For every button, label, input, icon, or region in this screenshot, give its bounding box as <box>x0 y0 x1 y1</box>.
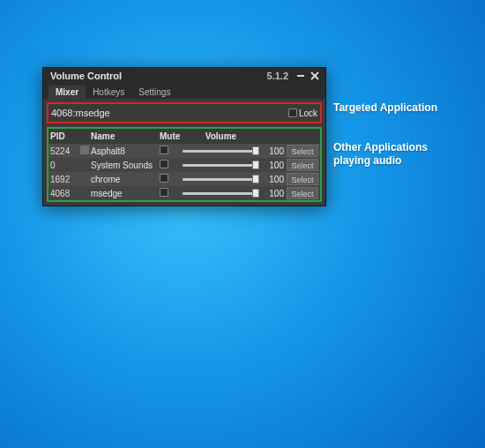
volume-value: 100 <box>259 189 287 198</box>
mute-checkbox[interactable] <box>160 188 183 198</box>
volume-value: 100 <box>259 175 287 184</box>
close-button[interactable] <box>308 69 322 83</box>
header-volume: Volume <box>183 131 259 141</box>
header-mute: Mute <box>160 131 183 141</box>
mixer-panel: Lock PID Name Mute Volume 5224 Asph <box>43 99 325 205</box>
select-button[interactable]: Select <box>287 187 318 199</box>
table-row: 0 System Sounds 100 Select <box>48 158 320 172</box>
window-version: 5.1.2 <box>267 71 288 81</box>
annotation-list-line2: playing audio <box>333 154 401 168</box>
volume-value: 100 <box>259 161 287 170</box>
cell-pid: 1692 <box>48 175 80 184</box>
volume-control-window: Volume Control 5.1.2 Mixer Hotkeys Setti… <box>42 67 326 206</box>
target-application-input[interactable] <box>51 108 288 118</box>
minimize-button[interactable] <box>294 69 308 83</box>
mute-checkbox[interactable] <box>160 160 183 170</box>
title-bar: Volume Control 5.1.2 <box>43 68 325 84</box>
list-header: PID Name Mute Volume <box>48 129 320 144</box>
target-application-row: Lock <box>47 102 322 123</box>
table-row: 5224 Asphalt8 100 Select <box>48 144 320 158</box>
cell-name: Asphalt8 <box>91 146 160 156</box>
cell-pid: 5224 <box>48 146 80 156</box>
cell-pid: 0 <box>48 161 80 170</box>
volume-slider[interactable] <box>183 161 259 169</box>
select-button[interactable]: Select <box>287 145 318 157</box>
cell-name: chrome <box>91 175 160 184</box>
tab-settings[interactable]: Settings <box>131 86 177 99</box>
applications-list: PID Name Mute Volume 5224 Asphalt8 100 <box>47 127 322 202</box>
select-button[interactable]: Select <box>287 173 318 185</box>
window-title: Volume Control <box>50 71 267 81</box>
header-pid: PID <box>48 131 80 141</box>
volume-slider[interactable] <box>183 189 259 198</box>
lock-label: Lock <box>299 108 317 118</box>
tab-strip: Mixer Hotkeys Settings <box>43 84 325 99</box>
volume-slider[interactable] <box>183 175 259 183</box>
mute-checkbox[interactable] <box>160 146 183 156</box>
tab-hotkeys[interactable]: Hotkeys <box>86 86 131 99</box>
select-button[interactable]: Select <box>287 159 318 171</box>
table-row: 1692 chrome 100 Select <box>48 172 320 186</box>
tab-mixer[interactable]: Mixer <box>48 86 86 99</box>
volume-value: 100 <box>259 146 287 156</box>
table-row: 4068 msedge 100 Select <box>48 186 320 200</box>
cell-name: msedge <box>91 189 160 198</box>
cell-name: System Sounds <box>91 161 160 170</box>
lock-toggle[interactable]: Lock <box>288 108 317 118</box>
mute-checkbox[interactable] <box>160 174 183 184</box>
desktop: Volume Control 5.1.2 Mixer Hotkeys Setti… <box>0 0 485 448</box>
annotation-target: Targeted Application <box>333 101 437 115</box>
header-name: Name <box>91 131 160 141</box>
lock-checkbox-icon <box>288 108 297 117</box>
cell-pid: 4068 <box>48 189 80 198</box>
volume-slider[interactable] <box>183 146 259 155</box>
app-icon <box>80 146 91 156</box>
annotation-list-line1: Other Applications <box>333 141 428 154</box>
